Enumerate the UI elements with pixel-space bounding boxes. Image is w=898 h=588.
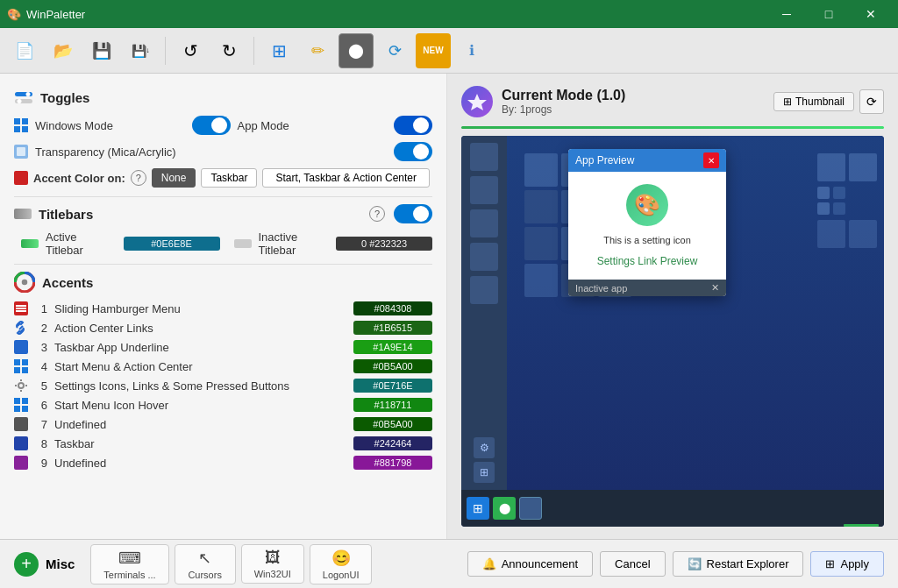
terminals-label: Terminals ... <box>103 570 155 580</box>
dialog-title: App Preview <box>575 154 634 166</box>
cancel-button[interactable]: Cancel <box>600 551 665 577</box>
paint-button[interactable]: ✏ <box>300 33 335 68</box>
redo-button[interactable]: ↻ <box>211 33 246 68</box>
taskbar-accent-bar <box>844 524 879 527</box>
mode-refresh-button[interactable]: ⟳ <box>859 89 884 114</box>
svg-rect-21 <box>14 398 20 404</box>
close-button[interactable]: ✕ <box>851 0 891 28</box>
save-button[interactable]: 💾 <box>84 33 119 68</box>
list-item: 4 Start Menu & Action Center #0B5A00 <box>14 359 432 373</box>
apply-icon: ⊞ <box>825 557 835 570</box>
right-tiles-row-3 <box>817 220 877 248</box>
undo-button[interactable]: ↺ <box>173 33 208 68</box>
list-item: 7 Undefined #0B5A00 <box>14 417 432 431</box>
accent-color-btn-2[interactable]: #1B6515 <box>353 321 432 335</box>
save-as-button[interactable]: 💾↓ <box>123 33 158 68</box>
dialog-close-button[interactable]: ✕ <box>703 152 719 168</box>
svg-rect-9 <box>17 147 25 156</box>
refresh-button[interactable]: ⟳ <box>377 33 412 68</box>
sidebar-dot-5 <box>470 276 498 304</box>
logonui-tab[interactable]: 😊 LogonUI <box>310 544 373 584</box>
svg-rect-18 <box>14 367 20 373</box>
accent-color-btn-1[interactable]: #084308 <box>353 301 432 315</box>
dialog-desc: This is a setting icon <box>581 235 714 245</box>
accent-num-5: 5 <box>35 379 47 393</box>
new-badge-button[interactable]: NEW <box>416 33 451 68</box>
accent-color-btn-5[interactable]: #0E716E <box>353 379 432 393</box>
win32ui-tab[interactable]: 🖼 Win32UI <box>241 544 304 584</box>
accent-color-btn-7[interactable]: #0B5A00 <box>353 417 432 431</box>
accent-icon <box>14 171 28 185</box>
svg-rect-13 <box>16 305 26 307</box>
accent-num-2: 2 <box>35 322 47 335</box>
svg-rect-22 <box>22 398 28 404</box>
accent-num-8: 8 <box>35 437 47 450</box>
accent-item-label-9: Undefined <box>54 457 346 470</box>
inactive-label: Inactive app <box>575 283 627 294</box>
accent-color-btn-8[interactable]: #242464 <box>353 436 432 450</box>
accents-icon <box>14 272 35 293</box>
thumbnail-button[interactable]: ⊞ Thumbnail <box>773 92 854 111</box>
section-divider-1 <box>14 196 432 197</box>
accent-list: 1 Sliding Hamburger Menu #084308 2 Actio… <box>14 301 432 470</box>
accent-num-9: 9 <box>35 457 47 470</box>
transparency-label: Transparency (Mica/Acrylic) <box>35 145 387 159</box>
announcement-button[interactable]: 🔔 Announcement <box>467 551 593 577</box>
minimize-button[interactable]: ─ <box>766 0 807 28</box>
accent-none-button[interactable]: None <box>152 168 196 188</box>
windows-button[interactable]: ⊞ <box>261 33 296 68</box>
mode-controls: ⊞ Thumbnail ⟳ <box>773 89 884 114</box>
terminals-tab[interactable]: ⌨ Terminals ... <box>90 544 168 584</box>
dialog-icon: 🎨 <box>626 184 668 226</box>
accent-color-btn-9[interactable]: #881798 <box>353 456 432 470</box>
right-tiles-row-2 <box>817 187 877 215</box>
bottom-bar: + Misc ⌨ Terminals ... ↖ Cursors 🖼 Win32… <box>0 539 898 588</box>
list-item: 2 Action Center Links #1B6515 <box>14 321 432 335</box>
taskbar-start: ⊞ <box>467 497 489 520</box>
dialog-titlebar: App Preview ✕ <box>568 149 726 172</box>
accent-color-btn-4[interactable]: #0B5A00 <box>353 359 432 373</box>
inactive-bar: Inactive app ✕ <box>568 280 726 296</box>
logonui-icon: 😊 <box>331 549 351 568</box>
windows-icon <box>14 398 28 412</box>
misc-add-button[interactable]: + <box>14 552 39 577</box>
inactive-titlebar-preview <box>234 239 252 248</box>
accent-item-label-2: Action Center Links <box>54 322 346 335</box>
accent-taskbar-button[interactable]: Taskbar <box>201 168 257 188</box>
windows-mode-toggle[interactable] <box>192 116 231 135</box>
maximize-button[interactable]: □ <box>809 0 849 28</box>
sidebar-dot-2 <box>470 176 498 204</box>
accent-help-button[interactable]: ? <box>131 170 146 186</box>
open-file-button[interactable]: 📂 <box>46 33 81 68</box>
dialog-body: 🎨 This is a setting icon Settings Link P… <box>568 172 726 280</box>
titlebars-toggle[interactable] <box>394 204 432 223</box>
mode-icon <box>461 86 493 117</box>
accent-label: Accent Color on: <box>33 172 125 185</box>
active-titlebar-color-button[interactable]: #0E6E8E <box>124 237 220 251</box>
accent-start-taskbar-button[interactable]: Start, Taskbar & Action Center <box>262 168 430 188</box>
restart-label: Restart Explorer <box>707 557 789 570</box>
svg-rect-16 <box>14 359 20 365</box>
cursors-tab[interactable]: ↖ Cursors <box>175 544 236 584</box>
transparency-toggle[interactable] <box>394 142 432 161</box>
cancel-label: Cancel <box>615 557 650 570</box>
windows-mode-label: Windows Mode <box>35 119 185 132</box>
sidebar-dot-1 <box>470 143 498 171</box>
accent-color-btn-3[interactable]: #1A9E14 <box>353 340 432 354</box>
svg-point-1 <box>26 92 31 96</box>
dialog-link[interactable]: Settings Link Preview <box>597 255 698 267</box>
restart-explorer-button[interactable]: 🔄 Restart Explorer <box>673 551 804 577</box>
titlebars-help-button[interactable]: ? <box>369 206 385 222</box>
info-button[interactable]: ℹ <box>454 33 489 68</box>
app-mode-toggle[interactable] <box>394 116 432 135</box>
apply-button[interactable]: ⊞ Apply <box>810 551 884 577</box>
new-file-button[interactable]: 📄 <box>7 33 42 68</box>
cursors-label: Cursors <box>188 570 222 580</box>
preview-desktop: App Preview ✕ 🎨 This is a setting icon S… <box>507 136 884 490</box>
inactive-titlebar-color-button[interactable]: 0 #232323 <box>336 237 432 251</box>
accent-color-btn-6[interactable]: #118711 <box>353 398 432 412</box>
svg-rect-4 <box>14 118 20 124</box>
color-picker-button[interactable]: ⬤ <box>339 33 374 68</box>
sidebar-dot-4 <box>470 243 498 271</box>
app-title: WinPaletter <box>26 8 85 21</box>
